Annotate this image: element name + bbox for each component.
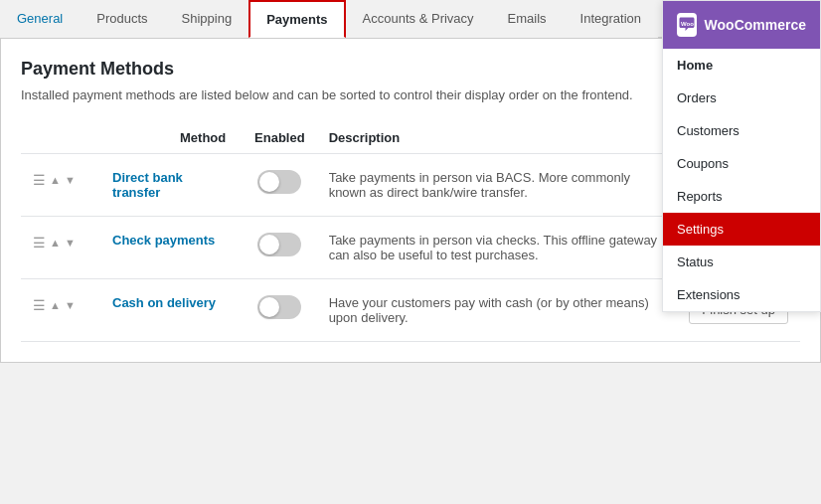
drag-handle-icon[interactable]: ☰ (33, 172, 46, 188)
woo-menu-home[interactable]: Home (663, 49, 820, 82)
row-controls: ☰ ▲ ▼ (33, 170, 88, 188)
woo-menu: Home Orders Customers Coupons Reports Se… (663, 49, 820, 311)
woo-menu-customers[interactable]: Customers (663, 114, 820, 147)
woo-logo: Woo (677, 13, 697, 37)
tab-emails[interactable]: Emails (491, 0, 564, 38)
toggle-check-payments[interactable] (257, 233, 301, 256)
method-name-check-payments[interactable]: Check payments (112, 233, 215, 248)
drag-handle-icon[interactable]: ☰ (33, 297, 46, 313)
page-wrapper: General Products Shipping Payments Accou… (0, 0, 821, 504)
move-down-icon[interactable]: ▼ (65, 237, 76, 249)
woo-menu-coupons[interactable]: Coupons (663, 147, 820, 180)
row-controls: ☰ ▲ ▼ (33, 233, 88, 251)
toggle-direct-bank[interactable] (257, 170, 301, 194)
method-name-cash-on-delivery[interactable]: Cash on delivery (112, 295, 216, 310)
method-name-direct-bank[interactable]: Direct bank transfer (112, 170, 183, 200)
woo-dropdown: Woo WooCommerce Home Orders Customers Co… (662, 0, 821, 312)
woo-menu-orders[interactable]: Orders (663, 82, 820, 114)
drag-handle-icon[interactable]: ☰ (33, 235, 46, 251)
tab-products[interactable]: Products (80, 0, 164, 38)
tab-shipping[interactable]: Shipping (165, 0, 249, 38)
col-header-enabled: Enabled (243, 122, 317, 154)
move-down-icon[interactable]: ▼ (65, 174, 76, 186)
woo-menu-extensions[interactable]: Extensions (663, 278, 820, 311)
tab-general[interactable]: General (0, 0, 80, 38)
row-controls: ☰ ▲ ▼ (33, 295, 88, 313)
description-cash-on-delivery: Have your customers pay with cash (or by… (317, 279, 678, 342)
woo-brand-name: WooCommerce (705, 17, 806, 33)
move-up-icon[interactable]: ▲ (50, 174, 61, 186)
move-up-icon[interactable]: ▲ (50, 237, 61, 249)
move-down-icon[interactable]: ▼ (65, 299, 76, 311)
description-direct-bank: Take payments in person via BACS. More c… (317, 154, 678, 217)
toggle-cash-on-delivery[interactable] (257, 295, 301, 319)
svg-text:Woo: Woo (681, 21, 694, 27)
col-header-description: Description (317, 122, 678, 154)
tab-integration[interactable]: Integration (564, 0, 658, 38)
woo-header: Woo WooCommerce (663, 1, 820, 49)
woo-menu-status[interactable]: Status (663, 246, 820, 278)
tab-accounts-privacy[interactable]: Accounts & Privacy (346, 0, 491, 38)
col-header-method: Method (100, 122, 243, 154)
woo-menu-reports[interactable]: Reports (663, 180, 820, 213)
tab-payments[interactable]: Payments (248, 0, 345, 38)
description-check-payments: Take payments in person via checks. This… (317, 217, 678, 279)
move-up-icon[interactable]: ▲ (50, 299, 61, 311)
woo-menu-settings[interactable]: Settings (663, 213, 820, 246)
